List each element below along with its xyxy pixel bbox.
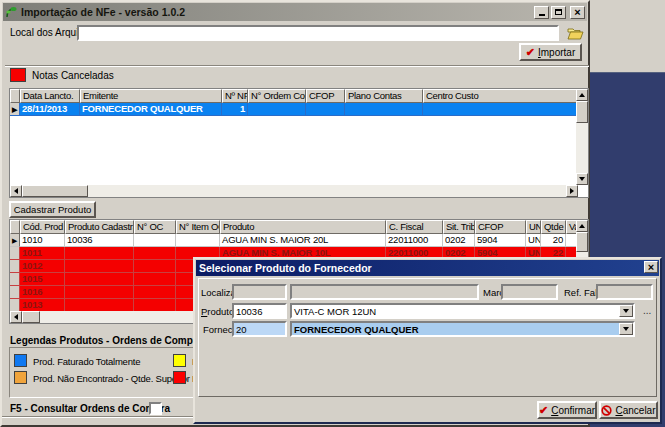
scroll-thumb[interactable] [22,185,88,197]
check-icon: ✔ [526,47,535,58]
legend-title: Legendas Produtos - Ordens de Compra [10,335,202,346]
header-sit-trib: Sit. Trib [443,220,475,234]
nf-grid-vertical-scrollbar[interactable] [576,89,588,185]
header-cfop: CFOP [475,220,526,234]
legend-yellow-swatch [173,354,186,367]
close-icon: × [574,7,580,18]
produto-label: Produto [201,306,234,317]
legend-red-swatch [173,371,186,384]
localizar-desc-input[interactable] [290,284,479,300]
confirmar-label: Confirmar [551,405,595,416]
close-button[interactable]: × [570,6,585,19]
close-icon: × [648,262,654,273]
header-centro-custo: Centro Custo [423,89,578,103]
open-folder-icon [567,27,584,40]
caret-up-icon [579,224,585,228]
caret-up-icon [579,93,585,97]
cancel-icon [601,405,612,416]
cell-emitente[interactable]: FORNECEDOR QUALQUER [80,103,222,116]
row-indicator-icon: ▶ [12,106,17,113]
scroll-left-button[interactable] [10,311,22,323]
f5-checkbox[interactable] [149,402,162,415]
header-ordem-compra: N° Ordem Compra [248,89,306,103]
selecionar-produto-dialog: Selecionar Produto do Fornecedor × Local… [193,257,662,424]
check-icon: ✔ [539,405,548,416]
items-grid-header: Cód. Prod Fab Produto Cadastrado N° OC N… [10,220,578,234]
item-row[interactable]: ▶ 1010 10036 AGUA MIN S. MAIOR 20L 22011… [10,234,578,247]
localizar-code-input[interactable] [232,284,287,300]
minimize-button[interactable] [534,6,549,19]
desktop: { "window": { "title": "Importação de NF… [0,0,665,427]
f5-consultar-label: F5 - Consultar Ordens de Compra [10,403,170,414]
maximize-button[interactable] [551,6,566,19]
scroll-right-button[interactable] [566,185,578,197]
scroll-left-button[interactable] [10,185,22,197]
header-plano-contas: Plano Contas [345,89,423,103]
row-indicator-icon: ▶ [12,237,17,244]
header-produto-cadastrado: Produto Cadastrado [65,220,134,234]
confirmar-button[interactable]: ✔ Confirmar [537,401,597,419]
scroll-up-button[interactable] [576,89,588,101]
scroll-thumb[interactable] [576,101,588,123]
caret-left-icon [14,188,18,194]
fornec-combo[interactable]: FORNECEDOR QUALQUER [290,321,635,337]
nf-row-selected[interactable]: ▶ 28/11/2013 FORNECEDOR QUALQUER 1 [10,103,578,116]
legend-orange-label: Prod. Não Encontrado - Qtde. Superior [33,373,190,384]
produto-more-button[interactable]: ... [643,305,651,316]
caret-left-icon [14,314,18,320]
caret-right-icon [570,188,574,194]
header-nf: Nº NF [222,89,248,103]
header-indicator [10,89,20,103]
window-title: Importação de NFe - versão 1.0.2 [21,6,534,18]
marca-input[interactable] [501,284,558,300]
dialog-titlebar[interactable]: Selecionar Produto do Fornecedor [196,260,659,276]
header-cfop: CFOP [306,89,345,103]
header-c-fiscal: C. Fiscal [386,220,443,234]
fornec-combo-value: FORNECEDOR QUALQUER [292,324,619,335]
header-produto: Produto [220,220,386,234]
legend-blue-swatch [14,354,27,367]
header-n-oc: N° OC [134,220,176,234]
cell-nf[interactable]: 1 [222,103,248,116]
importar-label: Importar [538,47,575,58]
cancelar-button[interactable]: Cancelar [599,401,658,419]
file-import-panel: Local dos Arquivos ✔ Importar [5,22,589,66]
caret-down-icon [623,309,629,313]
fornec-label: Fornec. [203,324,235,335]
cadastrar-produto-label: Cadastrar Produto [14,204,92,215]
produto-combo-value: VITA-C MOR 12UN [292,306,619,317]
cadastrar-produto-button[interactable]: Cadastrar Produto [9,201,96,218]
header-cod-prod-fab: Cód. Prod Fab [20,220,65,234]
scroll-down-button[interactable] [576,173,588,185]
cancelar-label: Cancelar [615,405,655,416]
local-arquivos-input[interactable] [77,25,559,41]
produto-combo[interactable]: VITA-C MOR 12UN [290,303,635,319]
header-n-item-oc: N° Item OC [176,220,220,234]
fornec-dropdown-button[interactable] [619,323,633,335]
dialog-title: Selecionar Produto do Fornecedor [199,262,372,274]
fornec-code-input[interactable] [232,321,287,337]
legend-orange-swatch [14,371,27,384]
scroll-thumb[interactable] [22,311,40,323]
produto-dropdown-button[interactable] [619,305,633,317]
nf-grid: Data Lancto. Emitente Nº NF N° Ordem Com… [9,88,589,198]
dialog-close-button[interactable]: × [644,261,658,273]
titlebar[interactable]: Importação de NFe - versão 1.0.2 × [3,3,587,21]
open-folder-button[interactable] [564,24,586,42]
scroll-up-button[interactable] [576,220,588,232]
header-data-lancto: Data Lancto. [20,89,80,103]
importar-button[interactable]: ✔ Importar [519,43,582,61]
header-un: UN [526,220,541,234]
maximize-icon [555,9,562,15]
header-indicator [10,220,20,234]
produto-code-input[interactable] [232,303,287,319]
header-qtde: Qtde [541,220,566,234]
ref-fabr-input[interactable] [596,284,653,300]
nf-grid-horizontal-scrollbar[interactable] [10,185,578,197]
cell-data-lancto[interactable]: 28/11/2013 [20,103,80,116]
nf-grid-header: Data Lancto. Emitente Nº NF N° Ordem Com… [10,89,578,103]
caret-down-icon [623,327,629,331]
scroll-thumb[interactable] [576,232,588,252]
minimize-icon [539,14,545,16]
cancelled-notes-color-swatch [10,68,26,82]
